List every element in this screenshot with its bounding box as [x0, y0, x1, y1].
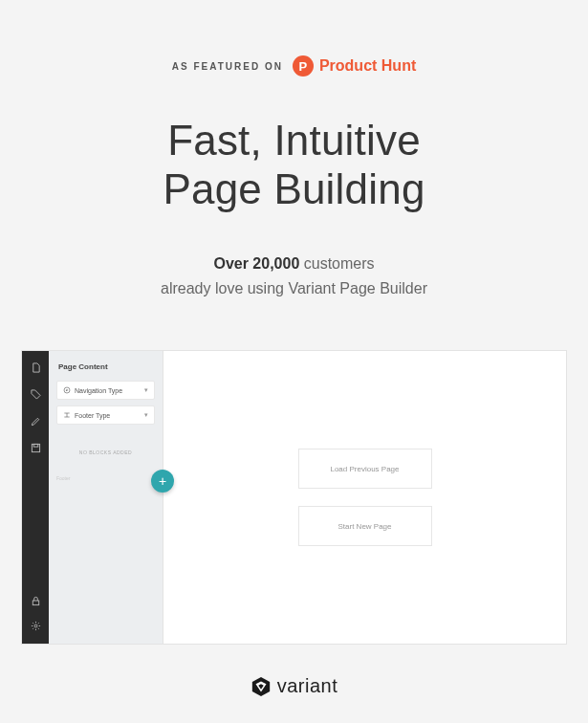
hero-line-1: Fast, Intuitive: [0, 117, 588, 165]
svg-rect-2: [33, 601, 38, 605]
subhead-line-1: Over 20,000 customers: [0, 252, 588, 276]
product-hunt-icon: P: [293, 55, 314, 77]
brand-name: variant: [277, 675, 338, 697]
sidebar-title: Page Content: [49, 362, 163, 381]
footer-icon: [63, 411, 71, 420]
save-icon[interactable]: [29, 441, 42, 454]
page-icon[interactable]: [29, 361, 42, 374]
variant-logo-icon: [250, 676, 272, 697]
lock-icon[interactable]: [29, 594, 42, 607]
footer-mini-label: Footer: [56, 475, 70, 481]
footer-type-select[interactable]: Footer Type ▾: [56, 405, 155, 425]
no-blocks-label: NO BLOCKS ADDED: [49, 449, 163, 455]
brush-icon[interactable]: [29, 414, 42, 427]
gear-icon[interactable]: [29, 619, 42, 632]
hero-title: Fast, Intuitive Page Building: [0, 117, 588, 213]
tag-icon[interactable]: [29, 387, 42, 401]
subhead-rest: customers: [299, 255, 374, 272]
navigation-type-label: Navigation Type: [75, 387, 122, 394]
rail-bottom: [22, 594, 49, 644]
sidebar: Page Content Navigation Type ▾ Footer Ty…: [49, 351, 163, 644]
brand: variant: [0, 675, 588, 697]
svg-rect-1: [33, 444, 38, 447]
subhead-line-2: already love using Variant Page Builder: [0, 276, 588, 301]
start-new-page-button[interactable]: Start New Page: [298, 506, 432, 546]
add-block-button[interactable]: +: [151, 470, 174, 493]
chevron-down-icon: ▾: [144, 411, 148, 419]
subhead: Over 20,000 customers already love using…: [0, 252, 588, 300]
app-mockup: Page Content Navigation Type ▾ Footer Ty…: [21, 350, 567, 645]
compass-icon: [63, 386, 71, 395]
product-hunt-name: Product Hunt: [319, 57, 416, 75]
featured-bar: AS FEATURED ON P Product Hunt: [0, 0, 588, 77]
subhead-strong: Over 20,000: [213, 255, 299, 272]
svg-point-3: [34, 624, 37, 627]
hero-line-2: Page Building: [0, 165, 588, 214]
navigation-type-select[interactable]: Navigation Type ▾: [56, 381, 155, 400]
footer-type-label: Footer Type: [75, 412, 110, 419]
featured-label: AS FEATURED ON: [172, 61, 283, 72]
svg-rect-0: [32, 444, 39, 451]
chevron-down-icon: ▾: [144, 386, 148, 394]
load-previous-page-button[interactable]: Load Previous Page: [298, 449, 432, 489]
product-hunt-badge[interactable]: P Product Hunt: [293, 55, 416, 77]
nav-rail: [22, 351, 49, 644]
canvas: Load Previous Page Start New Page: [163, 351, 566, 644]
